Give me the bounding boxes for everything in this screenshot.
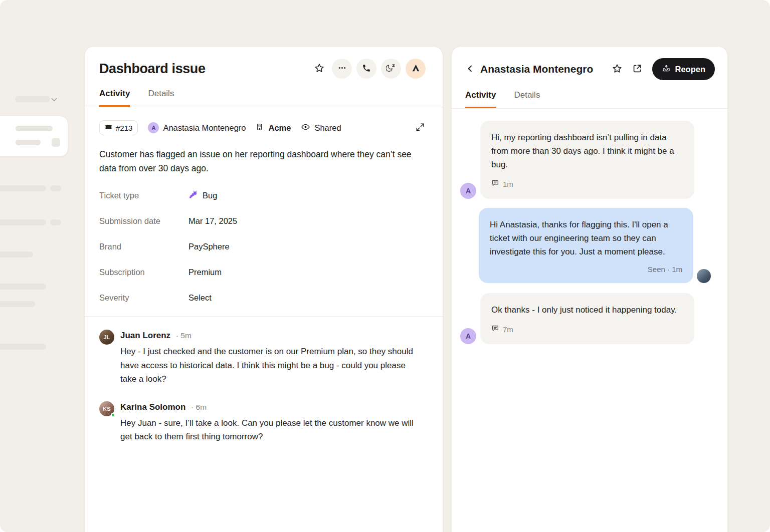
field-label: Severity bbox=[99, 293, 188, 303]
tab-details[interactable]: Details bbox=[148, 89, 174, 107]
message-text: Hi, my reporting dashboard isn’t pulling… bbox=[491, 133, 674, 169]
conversation-tabs: Activity Details bbox=[452, 90, 727, 109]
field-value[interactable]: Bug bbox=[188, 190, 217, 201]
ticket-reference-row: #213 A Anastasia Montenegro Acme Sha bbox=[99, 120, 428, 135]
ticket-header-actions bbox=[311, 59, 426, 79]
ticket-id-label: #213 bbox=[116, 124, 132, 132]
building-icon bbox=[256, 123, 264, 133]
field-label: Submission date bbox=[99, 216, 188, 226]
reopen-label: Reopen bbox=[675, 65, 705, 74]
field-submission-date: Submission date Mar 17, 2025 bbox=[99, 214, 428, 228]
skeleton-bar bbox=[0, 219, 46, 225]
visibility-label: Shared bbox=[314, 123, 341, 133]
company-chip[interactable]: Acme bbox=[256, 123, 291, 133]
tab-details[interactable]: Details bbox=[514, 90, 540, 108]
expand-button[interactable] bbox=[412, 120, 428, 136]
conversation-header: Anastasia Montenegro Reopen bbox=[452, 47, 727, 80]
requester-name: Anastasia Montenegro bbox=[163, 123, 246, 133]
field-label: Ticket type bbox=[99, 191, 188, 200]
avatar[interactable]: KS bbox=[99, 401, 114, 416]
snooze-icon bbox=[386, 63, 396, 75]
app-logo-icon bbox=[411, 63, 421, 74]
back-button[interactable] bbox=[462, 61, 478, 77]
skeleton-bar bbox=[15, 96, 50, 102]
ticket-icon bbox=[105, 123, 112, 132]
more-icon bbox=[337, 63, 347, 74]
favorite-button[interactable] bbox=[609, 61, 625, 77]
tab-activity[interactable]: Activity bbox=[99, 89, 130, 107]
reopen-icon bbox=[662, 64, 671, 75]
skeleton-bar bbox=[50, 185, 61, 191]
chat-bubble: Ok thanks - I only just noticed it happe… bbox=[480, 293, 694, 344]
app-window: Dashboard issue bbox=[0, 0, 770, 532]
field-brand: Brand PaySphere bbox=[99, 239, 428, 253]
message-text: Ok thanks - I only just noticed it happe… bbox=[491, 305, 677, 315]
message-time: 1m bbox=[503, 177, 513, 191]
company-name: Acme bbox=[268, 123, 291, 133]
visibility-chip[interactable]: Shared bbox=[301, 122, 341, 134]
message-incoming: A Ok thanks - I only just noticed it hap… bbox=[460, 293, 711, 344]
skeleton-bar bbox=[16, 126, 53, 131]
chevron-down-icon[interactable] bbox=[49, 95, 59, 105]
chat-bubble: Hi Anastasia, thanks for flagging this. … bbox=[479, 208, 693, 283]
skeleton-bar bbox=[0, 251, 33, 257]
comment-author: Karina Solomon bbox=[120, 402, 185, 412]
requester-avatar: A bbox=[148, 122, 159, 133]
comment-item: JL Juan Lorenz · 5m Hey - I just checked… bbox=[99, 330, 428, 386]
expand-icon bbox=[415, 122, 425, 134]
comment-author: Juan Lorenz bbox=[120, 331, 170, 340]
chat-thread: A Hi, my reporting dashboard isn’t pulli… bbox=[452, 109, 727, 368]
ticket-header: Dashboard issue bbox=[85, 47, 443, 79]
snooze-button[interactable] bbox=[381, 59, 401, 79]
ticket-tabs: Activity Details bbox=[85, 89, 443, 107]
skeleton-square bbox=[52, 138, 60, 147]
avatar[interactable]: JL bbox=[99, 330, 114, 345]
tab-activity[interactable]: Activity bbox=[465, 90, 496, 108]
favorite-button[interactable] bbox=[311, 61, 327, 77]
chat-bubble: Hi, my reporting dashboard isn’t pulling… bbox=[480, 121, 694, 199]
message-meta: 1m bbox=[491, 177, 683, 191]
message-text: Hi Anastasia, thanks for flagging this. … bbox=[490, 220, 668, 256]
star-icon bbox=[612, 63, 623, 76]
message-time: 7m bbox=[503, 323, 513, 336]
agent-avatar bbox=[697, 269, 711, 283]
ticket-fields: Ticket type Bug Submission date Mar 17, … bbox=[99, 188, 428, 305]
field-label: Subscription bbox=[99, 268, 188, 277]
skeleton-bar bbox=[16, 140, 41, 145]
external-link-icon bbox=[632, 63, 643, 76]
comment-bubble-icon bbox=[491, 177, 499, 191]
chevron-left-icon bbox=[465, 64, 475, 75]
avatar-initials: KS bbox=[103, 406, 110, 412]
field-value-text: Bug bbox=[203, 191, 217, 200]
skeleton-bar bbox=[0, 185, 46, 191]
ticket-id-chip[interactable]: #213 bbox=[99, 120, 138, 135]
comment-item: KS Karina Solomon · 6m Hey Juan - sure, … bbox=[99, 401, 428, 444]
bug-icon bbox=[188, 190, 198, 201]
call-icon bbox=[362, 64, 371, 74]
open-external-button[interactable] bbox=[629, 61, 645, 77]
ticket-description: Customer has flagged an issue on her rep… bbox=[99, 147, 425, 175]
field-subscription: Subscription Premium bbox=[99, 265, 428, 279]
comment-body: Hey - I just checked and the customer is… bbox=[120, 345, 417, 386]
star-icon bbox=[314, 63, 325, 75]
conversation-title: Anastasia Montenegro bbox=[480, 63, 593, 75]
comment-body: Hey Juan - sure, I’ll take a look. Can y… bbox=[120, 416, 417, 444]
severity-select[interactable]: Select bbox=[188, 293, 212, 303]
field-value[interactable]: Premium bbox=[188, 268, 222, 277]
app-logo-button[interactable] bbox=[406, 59, 426, 79]
requester-chip[interactable]: A Anastasia Montenegro bbox=[148, 122, 246, 133]
message-status: Seen · 1m bbox=[490, 262, 682, 276]
more-actions-button[interactable] bbox=[332, 59, 352, 79]
message-outgoing: Hi Anastasia, thanks for flagging this. … bbox=[460, 208, 711, 283]
field-value[interactable]: PaySphere bbox=[188, 242, 230, 251]
field-severity: Severity Select bbox=[99, 291, 428, 305]
ticket-panel: Dashboard issue bbox=[84, 46, 443, 532]
field-ticket-type: Ticket type Bug bbox=[99, 188, 428, 202]
call-button[interactable] bbox=[356, 59, 376, 79]
reopen-button[interactable]: Reopen bbox=[652, 58, 715, 80]
sidebar-skeleton-card[interactable] bbox=[0, 116, 68, 157]
field-value[interactable]: Mar 17, 2025 bbox=[188, 216, 237, 226]
message-meta: 7m bbox=[491, 323, 683, 336]
comment-bubble-icon bbox=[491, 323, 499, 336]
conversation-panel: Anastasia Montenegro Reopen Activity bbox=[451, 46, 728, 532]
